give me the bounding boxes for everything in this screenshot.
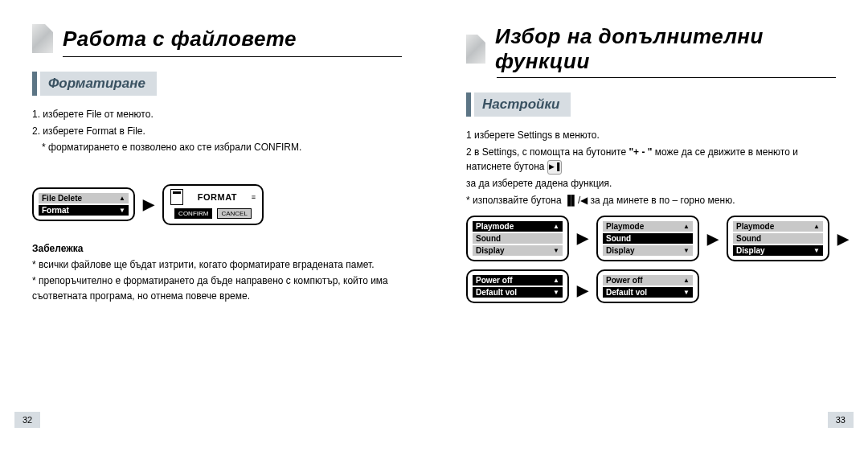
step-3: * форматирането е позволено ако сте избр… [32,140,402,155]
step-2: 2. изберете Format в File. [32,124,402,139]
menu-item-format: Format ▼ [39,205,129,216]
note-heading: Забележка [32,243,402,254]
settings-screen-4: Power off▲ Default vol▼ [466,269,569,303]
note-body: * всички файлове ще бъдат изтрити, когат… [32,257,402,304]
settings-screen-1: Playmode▲ Sound Display▼ [466,216,569,261]
page-32: Работа с файловете Форматиране 1. избере… [0,0,434,452]
section-heading: Настройки [466,92,836,117]
menu-sound: Sound [733,233,823,244]
menu-sound: Sound [603,233,693,244]
step-2: 2 в Settings, с помощта на бутоните "+ -… [466,145,836,175]
format-confirm-screen: FORMAT ≡ CONFIRM CANCEL [162,184,264,225]
menu-default-vol: Default vol▼ [473,287,563,298]
down-arrow-icon: ▼ [813,248,820,254]
format-label: Format [42,206,69,215]
cancel-button: CANCEL [217,208,251,219]
step-3: * използвайте бутона ▐▌/◀ за да минете в… [466,193,836,208]
step-1: 1. изберете File от менюто. [32,107,402,122]
menu-item-file-delete: File Delete ▲ [39,193,129,203]
page-number: 33 [828,412,854,428]
arrow-right-icon: ▶ [837,230,849,248]
step-1: 1 изберете Settings в менюто. [466,128,836,143]
page-title: Работа с файловете [63,27,297,51]
up-arrow-icon: ▲ [119,195,125,202]
arrow-right-icon: ▶ [577,281,588,299]
title-wrap: Избор на допълнителни функции [466,24,836,74]
file-menu-screen: File Delete ▲ Format ▼ [32,187,135,221]
settings-screen-5: Power off▲ Default vol▼ [596,269,699,303]
disk-icon [170,189,183,205]
down-arrow-icon: ▼ [683,248,690,254]
section-heading: Форматиране [32,72,402,96]
menu-sound: Sound [473,233,563,244]
page-33: Избор на допълнителни функции Настройки … [434,0,868,452]
menu-playmode: Playmode▲ [603,221,693,232]
arrow-right-icon: ▶ [707,230,719,248]
up-arrow-icon: ▲ [683,224,690,230]
menu-default-vol: Default vol▼ [603,287,693,298]
settings-screens: Playmode▲ Sound Display▼ Power off▲ Defa… [466,216,836,312]
up-arrow-icon: ▲ [683,277,690,284]
title-decor-icon [32,24,53,53]
settings-screen-2: Playmode▲ Sound Display▼ [596,216,699,261]
select-button-icon: ▶▐ [547,160,562,175]
down-arrow-icon: ▼ [683,290,690,296]
title-rule [63,56,402,57]
step-2d: за да изберете дадена функция. [466,176,836,191]
section-label: Форматиране [40,72,157,96]
menu-display: Display▼ [733,245,823,256]
menu-playmode: Playmode▲ [733,221,823,232]
page-number: 32 [14,412,40,428]
title-rule [497,77,836,78]
plus-minus-label: "+ - " [628,146,652,158]
down-arrow-icon: ▼ [553,248,559,254]
instructions: 1. изберете File от менюто. 2. изберете … [32,107,402,155]
format-title: FORMAT [198,192,237,202]
arrow-right-icon: ▶ [577,229,588,247]
up-arrow-icon: ▲ [813,224,820,230]
step-2a: 2 в Settings, с помощта на бутоните [466,146,628,158]
note-2: * препоръчително е форматирането да бъде… [32,273,402,303]
section-label: Настройки [474,92,571,117]
arrow-right-icon: ▶ [143,195,154,213]
menu-power-off: Power off▲ [603,275,693,286]
up-arrow-icon: ▲ [553,277,559,284]
confirm-button: CONFIRM [174,208,212,219]
format-screens: File Delete ▲ Format ▼ ▶ FORMAT ≡ CONFIR… [32,184,402,225]
note-1: * всички файлове ще бъдат изтрити, когат… [32,257,402,273]
settings-screen-3: Playmode▲ Sound Display▼ [727,216,829,261]
up-arrow-icon: ▲ [553,224,559,230]
title-wrap: Работа с файловете [32,24,402,53]
file-delete-label: File Delete [42,194,82,203]
bars-icon: ≡ [252,193,256,201]
menu-display: Display▼ [603,245,693,256]
title-decor-icon [466,35,485,64]
instructions: 1 изберете Settings в менюто. 2 в Settin… [466,128,836,208]
menu-playmode: Playmode▲ [473,221,563,232]
down-arrow-icon: ▼ [553,290,559,296]
menu-display: Display▼ [473,245,563,256]
down-arrow-icon: ▼ [119,208,125,214]
page-title: Избор на допълнителни функции [495,24,836,74]
menu-power-off: Power off▲ [473,275,563,286]
